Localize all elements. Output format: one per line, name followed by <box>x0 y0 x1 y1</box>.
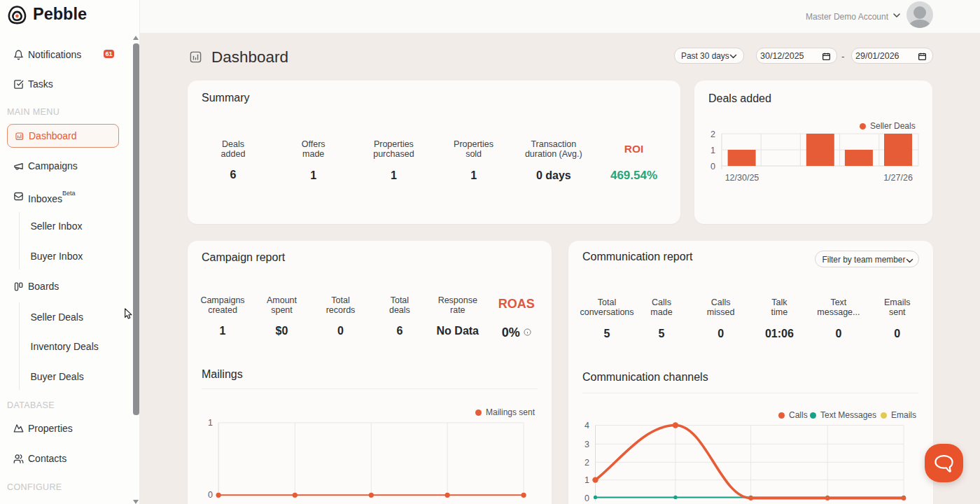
svg-text:12/30/25: 12/30/25 <box>725 173 760 183</box>
svg-text:0: 0 <box>208 490 213 500</box>
svg-text:1: 1 <box>710 146 715 155</box>
svg-text:0: 0 <box>710 162 715 172</box>
svg-text:2: 2 <box>584 458 589 468</box>
svg-text:1/27/26: 1/27/26 <box>883 173 913 183</box>
svg-text:4: 4 <box>584 421 589 430</box>
svg-text:1: 1 <box>584 475 589 485</box>
svg-text:3: 3 <box>584 440 589 449</box>
svg-text:2: 2 <box>710 130 715 139</box>
svg-text:1: 1 <box>208 418 213 428</box>
svg-text:0: 0 <box>584 493 589 503</box>
